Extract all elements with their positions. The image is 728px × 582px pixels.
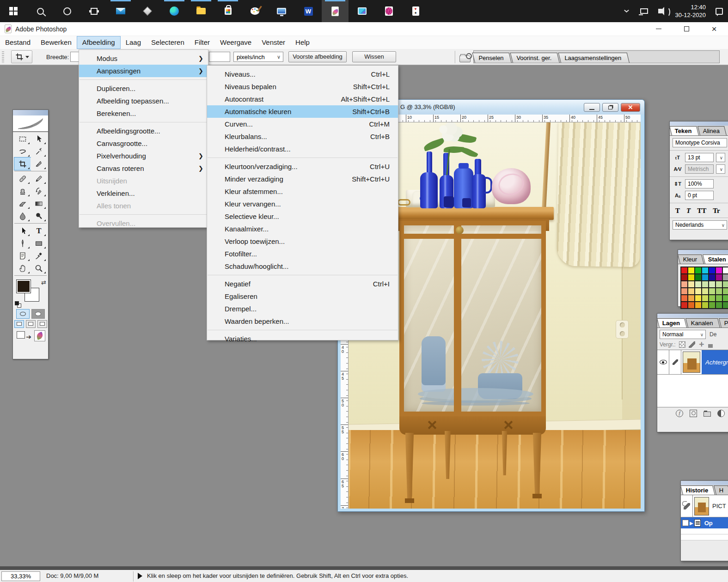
adjustment-layer-icon[interactable] — [717, 410, 725, 417]
cortana-icon[interactable] — [54, 0, 80, 22]
language-select[interactable]: Nederlands∨ — [673, 220, 727, 230]
slice-tool[interactable] — [31, 158, 47, 170]
panel-titlebar[interactable] — [657, 314, 728, 318]
submenu-item[interactable]: Automatische kleurenShift+Ctrl+B — [207, 105, 398, 118]
photoshop-icon[interactable] — [322, 0, 349, 22]
resolution-unit-select[interactable]: pixels/inch∨ — [233, 52, 283, 62]
menu-item[interactable]: Overvullen... — [79, 217, 208, 230]
healing-brush-tool[interactable] — [14, 172, 31, 185]
menu-item[interactable]: Berekenen... — [79, 107, 208, 120]
panel-titlebar[interactable] — [678, 250, 728, 254]
lock-all-icon[interactable] — [708, 344, 713, 348]
blend-mode-select[interactable]: Normaal∨ — [660, 330, 706, 339]
color-swatch[interactable] — [681, 281, 688, 288]
toolbox-titlebar[interactable] — [13, 110, 48, 115]
submenu-item[interactable]: Kleurbalans...Ctrl+B — [207, 130, 398, 143]
style-button[interactable]: TT — [697, 207, 706, 215]
submenu-item[interactable]: Kanaalmixer... — [207, 223, 398, 235]
mail-icon[interactable] — [107, 0, 134, 22]
layer-name[interactable]: Achtergr — [702, 350, 728, 374]
clone-stamp-tool[interactable] — [14, 185, 31, 197]
layers-tab-lagen[interactable]: Lagen — [657, 318, 687, 327]
hand-tool[interactable] — [14, 262, 31, 274]
color-swatch[interactable] — [688, 281, 695, 288]
clear-button[interactable]: Wissen — [352, 51, 396, 62]
color-swatch[interactable] — [709, 267, 716, 274]
submenu-item[interactable]: Niveaus bepalenShift+Ctrl+L — [207, 80, 398, 93]
history-tab-h[interactable]: H — [714, 485, 728, 495]
color-swatch[interactable] — [681, 302, 688, 309]
color-swatch[interactable] — [695, 295, 702, 302]
color-swatch[interactable] — [709, 274, 716, 281]
dodge-tool[interactable] — [31, 210, 47, 222]
color-swatch[interactable] — [688, 267, 695, 274]
network-icon[interactable] — [636, 0, 653, 22]
font-size-dropdown[interactable]: ∨ — [716, 153, 725, 162]
submenu-item[interactable]: Curven...Ctrl+M — [207, 118, 398, 130]
submenu-item[interactable]: Fotofilter... — [207, 248, 398, 260]
style-button[interactable]: T — [675, 207, 680, 215]
edge-icon[interactable] — [161, 0, 188, 22]
move-tool[interactable] — [31, 133, 47, 145]
color-swatch[interactable] — [709, 288, 716, 295]
submenu-item[interactable]: NegatiefCtrl+I — [207, 278, 398, 290]
submenu-item[interactable]: Helderheid/contrast... — [207, 143, 398, 155]
history-state-row[interactable]: ▶ Op — [681, 517, 728, 528]
panel-titlebar[interactable] — [670, 121, 728, 126]
color-swatch[interactable] — [716, 288, 722, 295]
submenu-item[interactable]: Waarden beperken... — [207, 315, 398, 327]
file-browser-icon[interactable] — [459, 51, 473, 62]
color-swatch[interactable] — [716, 267, 722, 274]
eyedropper-tool[interactable] — [31, 249, 47, 262]
3d-viewer-icon[interactable] — [134, 0, 161, 22]
eraser-tool[interactable] — [14, 197, 31, 210]
character-tab-teken[interactable]: Teken — [669, 126, 699, 135]
status-arrow-icon[interactable] — [138, 573, 142, 579]
submenu-item[interactable]: Kleurtoon/verzadiging...Ctrl+U — [207, 160, 398, 173]
color-swatch[interactable] — [722, 274, 728, 281]
doc-minimize-button[interactable] — [584, 103, 600, 112]
color-swatch[interactable] — [688, 302, 695, 309]
color-swatch[interactable] — [722, 295, 728, 302]
color-swatch[interactable] — [688, 274, 695, 281]
color-swatch[interactable] — [702, 295, 709, 302]
color-swatch[interactable] — [695, 267, 702, 274]
menu-item[interactable]: Uitsnijden — [79, 175, 208, 187]
color-swatch[interactable] — [702, 288, 709, 295]
panel-titlebar[interactable] — [681, 481, 728, 485]
menu-item[interactable]: Aanpassingen❯ — [79, 65, 208, 77]
standard-screen-mode-button[interactable] — [14, 320, 24, 328]
submenu-item[interactable]: Selectieve kleur... — [207, 210, 398, 223]
color-swatch[interactable] — [688, 288, 695, 295]
lock-paint-icon[interactable] — [689, 341, 695, 348]
baseline-shift-field[interactable]: 0 pt — [685, 191, 714, 200]
color-swatch[interactable] — [716, 281, 722, 288]
swatches-tab-kleur[interactable]: Kleur — [678, 255, 704, 264]
color-swatch[interactable] — [695, 302, 702, 309]
color-swatch[interactable] — [681, 288, 688, 295]
palette-well-tab-voorinst-ger-[interactable]: Voorinst. ger. — [510, 53, 560, 63]
submenu-item[interactable]: Kleur vervangen... — [207, 198, 398, 210]
crop-tool[interactable] — [14, 158, 31, 170]
palette-well-tab-laagsamenstellingen[interactable]: Laagsamenstellingen — [558, 53, 630, 63]
layer-mask-icon[interactable] — [690, 410, 697, 417]
visibility-eye-icon[interactable] — [660, 360, 667, 364]
pen-tool[interactable] — [14, 237, 31, 249]
menubar-item-afbeelding[interactable]: Afbeelding — [77, 36, 121, 49]
action-center-icon[interactable] — [710, 0, 728, 22]
style-button[interactable]: Tr — [713, 207, 720, 215]
character-tab-alinea[interactable]: Alinea — [697, 126, 727, 135]
color-swatch[interactable] — [702, 267, 709, 274]
color-swatch[interactable] — [709, 281, 716, 288]
submenu-item[interactable]: Verloop toewijzen... — [207, 235, 398, 248]
kerning-field[interactable]: Metrisch — [685, 164, 714, 174]
edit-in-imageready-button[interactable]: ➔ — [16, 330, 31, 341]
pencil-tool[interactable] — [31, 172, 47, 185]
lock-position-icon[interactable]: ✛ — [698, 341, 705, 348]
flower-app-icon[interactable] — [375, 0, 402, 22]
layers-tab-p[interactable]: P — [719, 318, 728, 327]
gradient-tool[interactable] — [31, 197, 47, 210]
start-icon[interactable] — [0, 0, 27, 22]
shape-tool[interactable] — [31, 237, 47, 249]
paint-icon[interactable] — [241, 0, 268, 22]
